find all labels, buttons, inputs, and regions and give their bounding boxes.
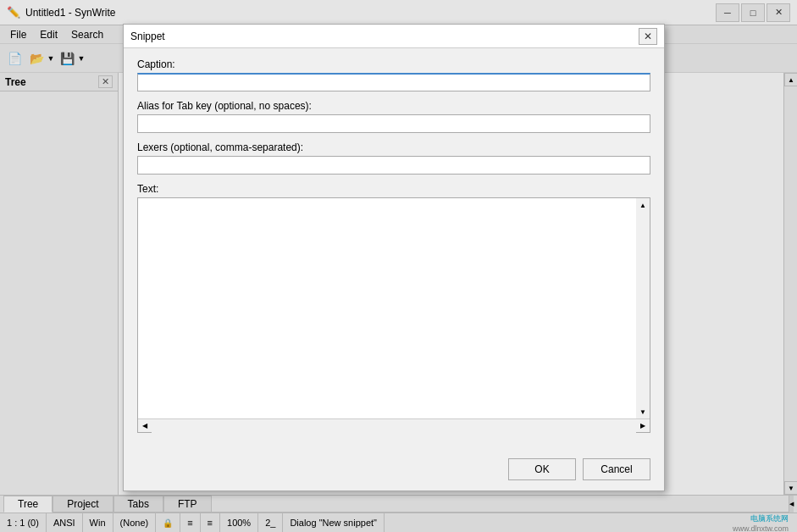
dialog-footer: OK Cancel — [124, 452, 664, 490]
ok-button[interactable]: OK — [508, 458, 576, 480]
lexers-label: Lexers (optional, comma-separated): — [137, 141, 650, 153]
caption-input[interactable] — [137, 73, 650, 91]
cancel-button[interactable]: Cancel — [583, 458, 650, 480]
alias-label: Alias for Tab key (optional, no spaces): — [137, 100, 650, 112]
text-area-container: ▲ ▼ ◀ ▶ — [137, 197, 650, 433]
dialog-close-button[interactable]: ✕ — [639, 28, 657, 45]
textarea-scroll-down[interactable]: ▼ — [636, 405, 650, 418]
text-input[interactable] — [138, 198, 636, 418]
textarea-scroll-left[interactable]: ◀ — [138, 419, 152, 433]
lexers-input[interactable] — [137, 156, 650, 175]
textarea-vtrack — [636, 212, 650, 405]
textarea-hscroll: ◀ ▶ — [138, 418, 650, 432]
dialog-title: Snippet — [130, 30, 165, 42]
lexers-group: Lexers (optional, comma-separated): — [137, 141, 650, 175]
caption-group: Caption: — [137, 58, 650, 91]
textarea-htrack — [152, 419, 636, 433]
textarea-scroll-right[interactable]: ▶ — [636, 419, 650, 433]
text-group: Text: ▲ ▼ ◀ ▶ — [137, 183, 650, 433]
dialog-body: Caption: Alias for Tab key (optional, no… — [124, 48, 664, 452]
textarea-wrapper: ▲ ▼ — [138, 198, 650, 418]
dialog-title-bar: Snippet ✕ — [124, 25, 664, 48]
textarea-scroll-up[interactable]: ▲ — [636, 198, 650, 212]
alias-group: Alias for Tab key (optional, no spaces): — [137, 100, 650, 133]
caption-label: Caption: — [137, 58, 650, 70]
text-label: Text: — [137, 183, 650, 195]
snippet-dialog: Snippet ✕ Caption: Alias for Tab key (op… — [123, 24, 665, 491]
alias-input[interactable] — [137, 114, 650, 133]
textarea-vscroll: ▲ ▼ — [636, 198, 650, 418]
